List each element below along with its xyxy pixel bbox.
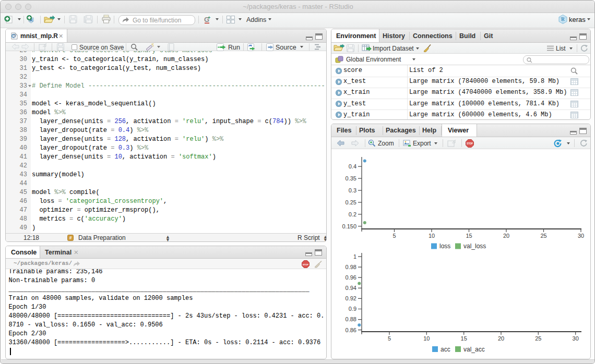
svg-text:+: + bbox=[208, 15, 210, 20]
svg-text:0.98: 0.98 bbox=[346, 264, 356, 270]
svg-text:10: 10 bbox=[429, 233, 435, 239]
svg-text:20: 20 bbox=[503, 233, 509, 239]
svg-text:30: 30 bbox=[578, 233, 584, 239]
svg-text:25: 25 bbox=[535, 335, 541, 342]
svg-text:0.35: 0.35 bbox=[346, 175, 356, 181]
svg-text:10: 10 bbox=[423, 335, 430, 342]
svg-text:1: 1 bbox=[353, 253, 356, 260]
svg-text:0.94: 0.94 bbox=[346, 285, 356, 291]
svg-text:R: R bbox=[561, 17, 565, 22]
svg-text:30: 30 bbox=[573, 335, 579, 342]
svg-text:5: 5 bbox=[392, 233, 396, 239]
svg-text:5: 5 bbox=[388, 335, 391, 342]
svg-text:15: 15 bbox=[466, 233, 472, 239]
svg-text:0.86: 0.86 bbox=[346, 327, 356, 333]
svg-text:0.4: 0.4 bbox=[349, 163, 356, 169]
svg-text:STOP: STOP bbox=[467, 142, 473, 145]
svg-text:#: # bbox=[69, 235, 72, 240]
svg-text:0.9: 0.9 bbox=[349, 306, 356, 312]
svg-text:0.150: 0.150 bbox=[342, 223, 356, 229]
svg-text:0.88: 0.88 bbox=[346, 316, 356, 322]
svg-text:val_acc: val_acc bbox=[463, 346, 485, 353]
svg-text:0.3: 0.3 bbox=[349, 187, 356, 193]
svg-text:STOP: STOP bbox=[303, 263, 309, 266]
svg-text:0.96: 0.96 bbox=[346, 274, 356, 281]
svg-text:0.25: 0.25 bbox=[346, 199, 356, 205]
svg-text:0.92: 0.92 bbox=[346, 295, 356, 301]
svg-text:loss: loss bbox=[439, 242, 450, 250]
svg-text:val_loss: val_loss bbox=[463, 242, 486, 250]
svg-text:R: R bbox=[12, 34, 15, 38]
svg-text:acc: acc bbox=[441, 346, 450, 353]
svg-text:15: 15 bbox=[461, 335, 467, 342]
svg-text:20: 20 bbox=[498, 335, 504, 342]
svg-text:0.2: 0.2 bbox=[349, 211, 356, 217]
svg-text:25: 25 bbox=[540, 233, 546, 239]
